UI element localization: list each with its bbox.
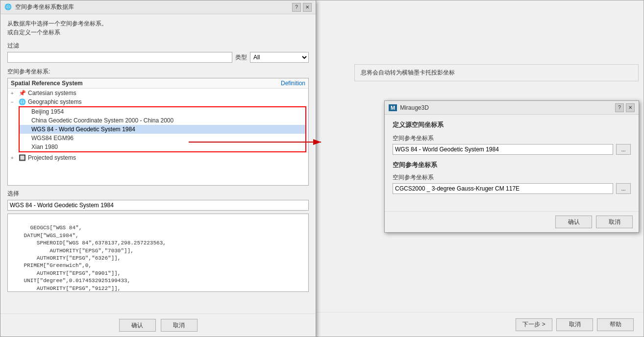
question-button[interactable]: ? (292, 3, 301, 12)
filter-input[interactable] (7, 52, 232, 63)
dst-section-label: 空间参考坐标系 (393, 161, 631, 169)
main-dialog-title: 空间参考坐标系数据库 (15, 3, 74, 11)
mirauge-body: 定义源空间坐标系 空间参考坐标系 ... 空间参考坐标系 空间参考坐标系 ... (385, 115, 639, 206)
dst-srs-label: 空间参考坐标系 (393, 173, 631, 182)
mirauge-controls: ? ✕ (615, 103, 635, 112)
filter-label: 过滤 (7, 42, 309, 50)
definition-link[interactable]: Definition (281, 80, 305, 87)
dst-srs-row: 空间参考坐标系 ... (393, 173, 631, 194)
geographic-icon: 🌐 (19, 98, 26, 105)
tree-node-geographic[interactable]: − 🌐 Geographic systems (8, 97, 308, 106)
mirauge-titlebar: M Mirauge3D ? ✕ (385, 101, 639, 115)
bg-help-button[interactable]: 帮助 (597, 318, 634, 331)
tree-node-wgs84egm[interactable]: WGS84 EGM96 (20, 134, 305, 143)
src-srs-label: 空间参考坐标系 (393, 134, 631, 143)
type-select[interactable]: All (250, 52, 309, 63)
bg-hint-text: 息将会自动转为横轴墨卡托投影坐标 (354, 64, 639, 81)
tree-panel[interactable]: Spatial Reference System Definition + 📌 … (7, 78, 309, 186)
geographic-children-box: Beijing 1954 China Geodetic Coordinate S… (19, 106, 306, 152)
cartesian-icon: 📌 (19, 90, 26, 96)
main-dialog: 🌐 空间参考坐标系数据库 ? ✕ 从数据库中选择一个空间参考坐标系。 或自定义一… (0, 0, 316, 337)
main-dialog-body: 从数据库中选择一个空间参考坐标系。 或自定义一个坐标系 过滤 类型 All 空间… (0, 14, 316, 297)
geographic-group: − 🌐 Geographic systems Beijing 1954 Chin… (8, 97, 308, 152)
bg-footer: 下一步 > 取消 帮助 (300, 312, 644, 337)
definition-box: GEOGCS["WGS 84", DATUM["WGS_1984", SPHER… (7, 214, 309, 292)
confirm-button[interactable]: 确认 (119, 319, 156, 332)
tree-node-projected[interactable]: + 🔲 Projected systems (8, 153, 308, 162)
mirauge-section-title: 定义源空间坐标系 (393, 120, 631, 129)
tree-node-beijing[interactable]: Beijing 1954 (20, 107, 305, 116)
mirauge-question-button[interactable]: ? (615, 103, 624, 112)
tree-node-xian[interactable]: Xian 1980 (20, 143, 305, 151)
projected-icon: 🔲 (19, 154, 26, 161)
mirauge-cancel-button[interactable]: 取消 (596, 216, 633, 228)
mirauge-dialog: M Mirauge3D ? ✕ 定义源空间坐标系 空间参考坐标系 ... 空间参… (384, 100, 639, 233)
bg-cancel-button[interactable]: 取消 (556, 318, 593, 331)
main-dialog-footer: 确认 取消 (0, 313, 316, 337)
selection-label: 选择 (7, 190, 309, 198)
mirauge-footer: 确认 取消 (385, 211, 639, 232)
src-srs-input[interactable] (393, 144, 613, 155)
mirauge-title: Mirauge3D (400, 104, 429, 111)
cancel-button[interactable]: 取消 (161, 319, 198, 332)
mirauge-icon: M (389, 104, 397, 111)
tree-header: Spatial Reference System Definition (8, 78, 308, 89)
dst-srs-input[interactable] (393, 183, 613, 194)
tree-node-china2000[interactable]: China Geodetic Coordinate System 2000 - … (20, 116, 305, 125)
subtitle: 从数据库中选择一个空间参考坐标系。 或自定义一个坐标系 (7, 19, 309, 37)
srs-label: 空间参考坐标系: (7, 68, 309, 76)
expand-icon-geographic: − (11, 99, 17, 105)
tree-node-wgs84[interactable]: WGS 84 - World Geodetic System 1984 (20, 125, 305, 134)
src-srs-input-row: ... (393, 144, 631, 155)
mirauge-titlebar-left: M Mirauge3D (389, 104, 429, 111)
type-label: 类型 (235, 53, 247, 62)
main-dialog-titlebar: 🌐 空间参考坐标系数据库 ? ✕ (0, 0, 316, 14)
titlebar-left: 🌐 空间参考坐标系数据库 (4, 3, 74, 11)
expand-icon-projected: + (11, 155, 17, 161)
mirauge-close-button[interactable]: ✕ (626, 103, 635, 112)
selection-section: 选择 WGS 84 - World Geodetic System 1984 (7, 190, 309, 211)
bg-next-button[interactable]: 下一步 > (516, 318, 552, 331)
main-dialog-icon: 🌐 (4, 3, 12, 11)
src-srs-browse-button[interactable]: ... (616, 144, 631, 155)
titlebar-controls: ? ✕ (292, 3, 312, 12)
close-button[interactable]: ✕ (303, 3, 312, 12)
expand-icon-cartesian: + (11, 91, 17, 96)
tree-node-cartesian[interactable]: + 📌 Cartesian systems (8, 89, 308, 97)
mirauge-confirm-button[interactable]: 确认 (555, 216, 592, 228)
filter-row: 类型 All (7, 52, 309, 63)
selection-value: WGS 84 - World Geodetic System 1984 (7, 200, 309, 211)
src-srs-row: 空间参考坐标系 ... (393, 134, 631, 155)
tree-header-title: Spatial Reference System (11, 80, 83, 87)
dst-srs-browse-button[interactable]: ... (616, 183, 631, 194)
dst-srs-input-row: ... (393, 183, 631, 194)
